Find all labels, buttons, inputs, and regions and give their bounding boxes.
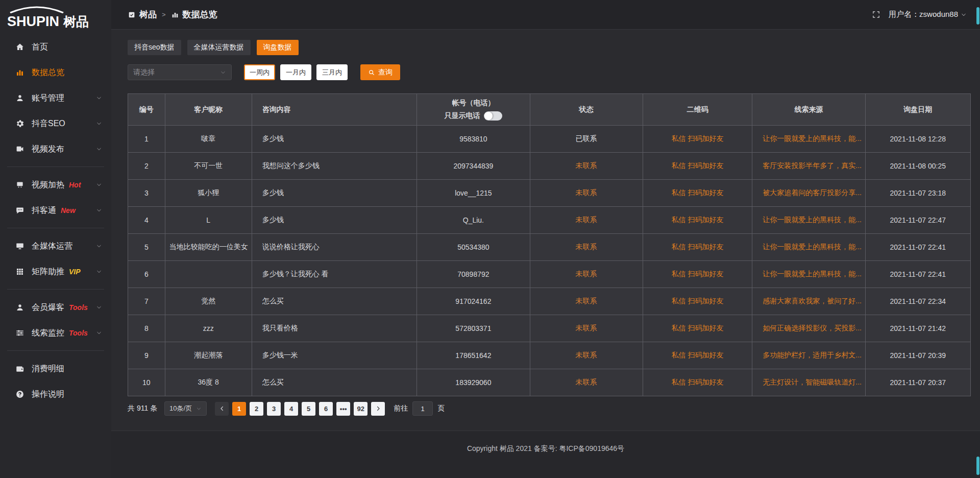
cell-source-link[interactable]: 让你一眼就爱上的黑科技，能... xyxy=(752,126,865,153)
cell-source-link[interactable]: 让你一眼就爱上的黑科技，能... xyxy=(752,207,865,234)
fullscreen-icon[interactable] xyxy=(872,10,880,19)
pagination-total: 共 911 条 xyxy=(128,404,157,413)
cell-qr-links[interactable]: 私信 扫码加好友 xyxy=(643,369,752,396)
cell-content: 怎么买 xyxy=(252,288,417,315)
sidebar-item-badge: VIP xyxy=(69,268,81,276)
page-number-button[interactable]: 92 xyxy=(354,402,368,416)
date-range-button[interactable]: 三月内 xyxy=(316,64,348,80)
sidebar-item-label: 全媒体运营 xyxy=(32,241,72,252)
sidebar-item[interactable]: 操作说明 xyxy=(0,381,111,407)
cell-qr-links[interactable]: 私信 扫码加好友 xyxy=(643,315,752,342)
cell-date: 2021-11-07 21:42 xyxy=(865,315,970,342)
chevron-down-icon xyxy=(196,406,202,412)
cell-qr-links[interactable]: 私信 扫码加好友 xyxy=(643,126,752,153)
filter-select[interactable]: 请选择 xyxy=(128,64,232,80)
breadcrumb-root[interactable]: 树品 xyxy=(139,9,157,20)
inquiry-table: 编号 客户昵称 咨询内容 帐号（电话） 只显示电话 xyxy=(128,93,971,396)
cell-content: 我只看价格 xyxy=(252,315,417,342)
query-button[interactable]: 查询 xyxy=(360,64,400,80)
chevron-down-icon xyxy=(96,95,102,101)
date-range-button[interactable]: 一周内 xyxy=(244,64,275,80)
user-dropdown[interactable]: 用户名：zswodun88 xyxy=(889,10,967,19)
cell-qr-links[interactable]: 私信 扫码加好友 xyxy=(643,342,752,369)
cell-content: 多少钱 xyxy=(252,126,417,153)
sidebar-item[interactable]: 视频发布 xyxy=(0,136,111,162)
logo-text-zh: 树品 xyxy=(63,13,89,30)
cell-source-link[interactable]: 被大家追着问的客厅投影分享... xyxy=(752,180,865,207)
tab-button[interactable]: 抖音seo数据 xyxy=(128,40,181,55)
sidebar-item[interactable]: 线索监控 Tools xyxy=(0,320,111,346)
cell-source-link[interactable]: 无主灯设计，智能磁吸轨道灯... xyxy=(752,369,865,396)
cell-source-link[interactable]: 如何正确选择投影仪，买投影... xyxy=(752,315,865,342)
cell-qr-links[interactable]: 私信 扫码加好友 xyxy=(643,261,752,288)
cell-source-link[interactable]: 客厅安装投影半年多了，真实... xyxy=(752,153,865,180)
cell-content: 多少钱 xyxy=(252,180,417,207)
sidebar-item[interactable]: 抖客通 New xyxy=(0,198,111,223)
next-page-button[interactable] xyxy=(371,402,385,416)
cell-date: 2021-11-07 22:34 xyxy=(865,288,970,315)
table-row: 8 zzz 我只看价格 572803371 未联系 私信 扫码加好友 如何正确选… xyxy=(128,315,971,342)
cell-content: 怎么买 xyxy=(252,369,417,396)
cell-qr-links[interactable]: 私信 扫码加好友 xyxy=(643,180,752,207)
main-column: 树品 > 数据总览 用户名：zswodun88 抖音seo数据 全媒体运营数据 xyxy=(111,0,980,478)
cell-content: 多少钱？让我死心 看 xyxy=(252,261,417,288)
cell-account: 9583810 xyxy=(417,126,530,153)
page-number-button[interactable]: 3 xyxy=(267,402,281,416)
chevron-down-icon xyxy=(96,243,102,249)
phone-only-toggle[interactable] xyxy=(484,111,502,121)
sidebar-item[interactable]: 账号管理 xyxy=(0,85,111,111)
chevron-down-icon xyxy=(961,12,967,18)
cell-source-link[interactable]: 让你一眼就爱上的黑科技，能... xyxy=(752,234,865,261)
cell-source-link[interactable]: 让你一眼就爱上的黑科技，能... xyxy=(752,261,865,288)
page-number-button[interactable]: 6 xyxy=(319,402,333,416)
cell-qr-links[interactable]: 私信 扫码加好友 xyxy=(643,288,752,315)
cell-content: 多少钱 xyxy=(252,207,417,234)
scrollbar-thumb[interactable] xyxy=(976,457,979,475)
page-number-button[interactable]: 1 xyxy=(232,402,246,416)
cell-account: love__1215 xyxy=(417,180,530,207)
sidebar-item[interactable]: 视频加热 Hot xyxy=(0,172,111,198)
cell-id: 10 xyxy=(128,369,165,396)
cell-nickname: 啵章 xyxy=(165,126,252,153)
page-number-button[interactable]: ••• xyxy=(336,402,350,416)
page-number-button[interactable]: 4 xyxy=(284,402,298,416)
sidebar-item-label: 数据总览 xyxy=(32,67,64,78)
sidebar-item[interactable]: 消费明细 xyxy=(0,356,111,381)
wallet-icon xyxy=(15,364,24,373)
sidebar-item[interactable]: 抖音SEO xyxy=(0,111,111,136)
page-number-button[interactable]: 5 xyxy=(302,402,315,416)
cell-nickname: 潮起潮落 xyxy=(165,342,252,369)
goto-page-input[interactable] xyxy=(412,401,433,416)
cell-qr-links[interactable]: 私信 扫码加好友 xyxy=(643,234,752,261)
chevron-down-icon xyxy=(96,182,102,188)
table-row: 7 觉然 怎么买 917024162 未联系 私信 扫码加好友 感谢大家喜欢我家… xyxy=(128,288,971,315)
date-range-button[interactable]: 一月内 xyxy=(280,64,311,80)
sidebar-item[interactable]: 会员爆客 Tools xyxy=(0,295,111,320)
page-number-button[interactable]: 2 xyxy=(250,402,263,416)
cell-date: 2021-11-07 20:39 xyxy=(865,342,970,369)
cell-source-link[interactable]: 感谢大家喜欢我家，被问了好... xyxy=(752,288,865,315)
sidebar-item[interactable]: 数据总览 xyxy=(0,60,111,85)
sidebar-item-label: 操作说明 xyxy=(32,389,64,400)
tab-button[interactable]: 询盘数据 xyxy=(257,40,299,55)
prev-page-button[interactable] xyxy=(215,402,229,416)
pagination: 共 911 条 10条/页 1 2 3 4 xyxy=(128,401,971,416)
scrollbar-thumb[interactable] xyxy=(976,7,979,25)
breadcrumb-current: 数据总览 xyxy=(183,9,217,20)
col-header-date: 询盘日期 xyxy=(865,94,970,126)
sidebar-item[interactable]: 矩阵助推 VIP xyxy=(0,259,111,284)
sidebar-item[interactable]: 全媒体运营 xyxy=(0,233,111,259)
sidebar-item-badge: New xyxy=(61,206,76,214)
sidebar-item[interactable]: 首页 xyxy=(0,34,111,60)
page-size-select[interactable]: 10条/页 xyxy=(164,401,207,416)
copyright-text: Copyright 树品 2021 备案号: 粤ICP备09019646号 xyxy=(467,444,624,452)
logo: SHUPIN 树品 xyxy=(0,0,111,30)
chat-icon xyxy=(15,206,24,215)
cell-qr-links[interactable]: 私信 扫码加好友 xyxy=(643,153,752,180)
cell-account: 2097344839 xyxy=(417,153,530,180)
cell-account: 183929060 xyxy=(417,369,530,396)
cell-qr-links[interactable]: 私信 扫码加好友 xyxy=(643,207,752,234)
tab-button[interactable]: 全媒体运营数据 xyxy=(187,40,251,55)
cell-source-link[interactable]: 多功能护栏灯，适用于乡村文... xyxy=(752,342,865,369)
cell-id: 9 xyxy=(128,342,165,369)
